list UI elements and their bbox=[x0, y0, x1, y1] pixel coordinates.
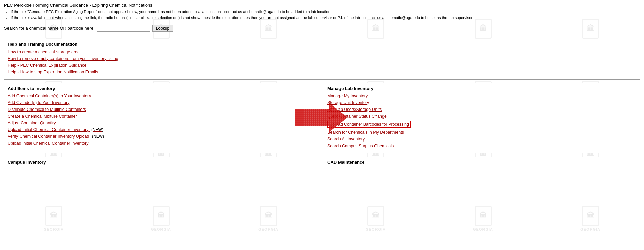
link-remove-empty[interactable]: How to remove empty containers from your… bbox=[8, 56, 636, 61]
search-label: Search for a chemical name OR barcode he… bbox=[4, 26, 95, 31]
lookup-button[interactable]: Lookup bbox=[152, 25, 173, 32]
link-create-storage[interactable]: How to create a chemical storage area bbox=[8, 50, 636, 54]
campus-inventory-section: Campus Inventory bbox=[4, 157, 320, 170]
divider bbox=[4, 35, 640, 35]
upload-barcodes-highlighted: Upload Container Barcodes for Processing bbox=[327, 121, 411, 128]
link-adjust-qty[interactable]: Adjust Container Quantity bbox=[8, 121, 317, 125]
link-search-dept[interactable]: Search for Chemicals in My Departments bbox=[327, 130, 636, 135]
manage-inventory-section: Manage Lab Inventory Manage My Inventory… bbox=[324, 83, 640, 153]
link-verify-upload[interactable]: Verify Chemical Container Inventory Uplo… bbox=[8, 134, 317, 139]
bottom-two-col: Campus Inventory CAD Maintenance bbox=[4, 157, 640, 170]
search-bar: Search for a chemical name OR barcode he… bbox=[4, 24, 640, 32]
link-upload-initial[interactable]: Upload Initial Chemical Container Invent… bbox=[8, 141, 317, 146]
notice-bullet-2: If the link is available, but when acces… bbox=[11, 15, 640, 21]
campus-inventory-title: Campus Inventory bbox=[8, 160, 317, 165]
top-notice: PEC Peroxide Forming Chemical Guidance -… bbox=[4, 3, 640, 21]
manage-inventory-title: Manage Lab Inventory bbox=[327, 86, 636, 91]
add-items-section: Add Items to Inventory Add Chemical Cont… bbox=[4, 83, 320, 153]
link-upload-barcodes[interactable]: Upload Container Barcodes for Processing bbox=[327, 121, 411, 128]
link-search-surplus[interactable]: Search Campus Surplus Chemicals bbox=[327, 144, 636, 148]
link-add-chemical[interactable]: Add Chemical Container(s) to Your Invent… bbox=[8, 94, 317, 98]
link-mixture[interactable]: Create a Chemical Mixture Container bbox=[8, 114, 317, 119]
link-edit-users[interactable]: Edit Lab Users/Storage Units bbox=[327, 107, 636, 112]
link-storage-unit[interactable]: Storage Unit Inventory bbox=[327, 100, 636, 105]
link-search-all[interactable]: Search All Inventory bbox=[327, 137, 636, 142]
cad-maintenance-section: CAD Maintenance bbox=[324, 157, 640, 170]
notice-bullet-1: If the link "Generate PEC Expiration Agi… bbox=[11, 9, 640, 15]
notice-title: PEC Peroxide Forming Chemical Guidance -… bbox=[4, 3, 640, 8]
new-badge-2: (NEW) bbox=[92, 134, 104, 139]
link-stop-notification[interactable]: Help - How to stop Expiration Notificati… bbox=[8, 70, 636, 74]
help-section: Help and Training Documentation How to c… bbox=[4, 39, 640, 80]
cad-maintenance-title: CAD Maintenance bbox=[327, 160, 636, 165]
link-quick-status[interactable]: Quick Container Status Change bbox=[327, 114, 636, 119]
new-badge-1: (NEW) bbox=[91, 127, 103, 132]
search-input[interactable] bbox=[97, 25, 150, 32]
link-upload-initial-new[interactable]: Upload Initial Chemical Container Invent… bbox=[8, 127, 317, 132]
link-add-cylinder[interactable]: Add Cylinder(s) to Your Inventory bbox=[8, 100, 317, 105]
link-manage-my[interactable]: Manage My Inventory bbox=[327, 94, 636, 98]
main-two-col-wrapper: Add Items to Inventory Add Chemical Cont… bbox=[4, 83, 640, 153]
help-section-title: Help and Training Documentation bbox=[8, 42, 636, 47]
notice-bullets: If the link "Generate PEC Expiration Agi… bbox=[11, 9, 640, 21]
link-pec-guidance[interactable]: Help - PEC Chemical Expiration Guidance bbox=[8, 63, 636, 68]
link-distribute[interactable]: Distribute Chemical to Multiple Containe… bbox=[8, 107, 317, 112]
main-two-col: Add Items to Inventory Add Chemical Cont… bbox=[4, 83, 640, 153]
add-items-title: Add Items to Inventory bbox=[8, 86, 317, 91]
